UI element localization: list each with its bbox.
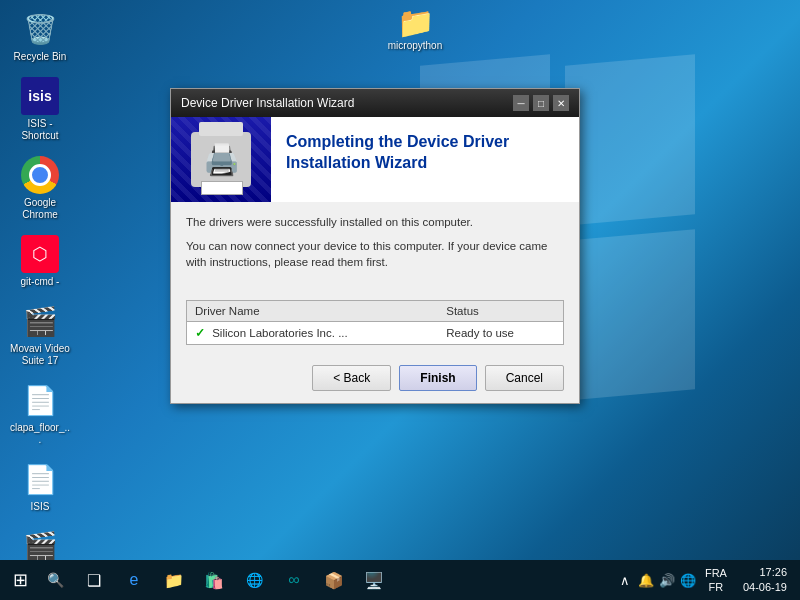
chrome-label: Google Chrome [9, 197, 71, 221]
table-row: ✓ Silicon Laboratories Inc. ... Ready to… [187, 322, 563, 345]
dialog-main-title: Completing the Device Driver Installatio… [286, 132, 564, 174]
search-button[interactable]: 🔍 [40, 560, 70, 600]
finish-button[interactable]: Finish [399, 365, 476, 391]
micropython-label: micropython [388, 40, 442, 51]
clock-time: 17:26 [743, 565, 787, 580]
driver-name-text: Silicon Laboratories Inc. ... [212, 327, 348, 339]
dialog-buttons: < Back Finish Cancel [171, 355, 579, 403]
dialog-header-right: Completing the Device Driver Installatio… [271, 117, 579, 202]
desktop-icons-area: 🗑️ Recycle Bin isis ISIS - Shortcut Goog… [5, 5, 75, 560]
taskbar: ⊞ 🔍 ❑ e 📁 🛍️ 🌐 ∞ 📦 🖥️ ∧ 🔔 🔊 [0, 560, 800, 600]
maximize-button[interactable]: □ [533, 95, 549, 111]
desktop-icon-clapa[interactable]: 📄 clapa_floor_... [5, 376, 75, 450]
desktop-icon-micropython[interactable]: 📁 micropython [380, 5, 450, 51]
desktop-icon-isis-shortcut[interactable]: isis ISIS - Shortcut [5, 72, 75, 146]
tray-network-icon[interactable]: 🌐 [679, 573, 697, 588]
desktop-icon-isis[interactable]: 📄 ISIS [5, 455, 75, 517]
desktop-icon-recycle-bin[interactable]: 🗑️ Recycle Bin [5, 5, 75, 67]
taskbar-edge[interactable]: e [115, 560, 153, 600]
driver-table: Driver Name Status ✓ Silicon Laboratorie… [187, 301, 563, 344]
desktop-icon-git-cmd[interactable]: ⬡ git-cmd - [5, 230, 75, 292]
desktop: 🗑️ Recycle Bin isis ISIS - Shortcut Goog… [0, 0, 800, 560]
close-button[interactable]: ✕ [553, 95, 569, 111]
dialog-header: 🖨️ Completing the Device Driver Installa… [171, 117, 579, 202]
unknown1-icon: 📦 [324, 571, 344, 590]
clapa-label: clapa_floor_... [9, 422, 71, 446]
tray-volume-icon[interactable]: 🔊 [658, 573, 676, 588]
isis-shortcut-icon: isis [20, 76, 60, 116]
driver-install-dialog: Device Driver Installation Wizard ─ □ ✕ … [170, 88, 580, 404]
git-icon-bg: ⬡ [21, 235, 59, 273]
taskbar-clock[interactable]: 17:26 04-06-19 [735, 565, 795, 596]
taskbar-unknown2[interactable]: 🖥️ [355, 560, 393, 600]
recycle-bin-label: Recycle Bin [14, 51, 67, 63]
dialog-title-text: Device Driver Installation Wizard [181, 96, 354, 110]
movavi17-label: Movavi Video Suite 17 [9, 343, 71, 367]
desktop-icon-movavi1702[interactable]: 🎬 Movavi Video Suite 17.0.2 [5, 522, 75, 560]
chrome-icon-circle [21, 156, 59, 194]
tray-notification-icon[interactable]: 🔔 [637, 573, 655, 588]
tray-overflow-icon[interactable]: ∧ [616, 573, 634, 588]
taskbar-chrome-pinned[interactable]: 🌐 [235, 560, 273, 600]
store-icon: 🛍️ [204, 571, 224, 590]
clock-date: 04-06-19 [743, 580, 787, 595]
chrome-taskbar-icon: 🌐 [246, 572, 263, 588]
chrome-icon [20, 155, 60, 195]
isis-icon-bg: isis [21, 77, 59, 115]
desktop-icon-movavi17[interactable]: 🎬 Movavi Video Suite 17 [5, 297, 75, 371]
taskbar-pinned-items: ❑ e 📁 🛍️ 🌐 ∞ 📦 🖥️ [75, 560, 616, 600]
search-icon: 🔍 [47, 572, 64, 588]
table-header-driver: Driver Name [187, 301, 438, 322]
table-header-status: Status [438, 301, 563, 322]
dialog-body: The drivers were successfully installed … [171, 202, 579, 290]
movavi1702-icon: 🎬 [20, 526, 60, 560]
titlebar-buttons: ─ □ ✕ [513, 95, 569, 111]
dialog-header-graphic: 🖨️ [171, 117, 271, 202]
dialog-titlebar: Device Driver Installation Wizard ─ □ ✕ [171, 89, 579, 117]
start-button[interactable]: ⊞ [0, 560, 40, 600]
arduino-taskbar-icon: ∞ [288, 571, 299, 589]
recycle-bin-icon: 🗑️ [20, 9, 60, 49]
taskbar-tray: ∧ 🔔 🔊 🌐 FRA FR 17:26 04-06-19 [616, 565, 800, 596]
taskbar-task-view[interactable]: ❑ [75, 560, 113, 600]
dialog-body-line1: The drivers were successfully installed … [186, 214, 564, 230]
driver-status-cell: Ready to use [438, 322, 563, 345]
lang-secondary: FR [705, 580, 727, 594]
taskbar-unknown1[interactable]: 📦 [315, 560, 353, 600]
edge-icon: e [130, 571, 139, 589]
taskbar-language[interactable]: FRA FR [700, 566, 732, 595]
taskbar-store[interactable]: 🛍️ [195, 560, 233, 600]
check-icon: ✓ [195, 327, 205, 339]
minimize-button[interactable]: ─ [513, 95, 529, 111]
dialog-table-area: Driver Name Status ✓ Silicon Laboratorie… [186, 300, 564, 345]
movavi17-icon: 🎬 [20, 301, 60, 341]
git-cmd-label: git-cmd - [21, 276, 60, 288]
back-button[interactable]: < Back [312, 365, 391, 391]
isis-label: ISIS [31, 501, 50, 513]
dialog-body-line2: You can now connect your device to this … [186, 238, 564, 270]
taskbar-explorer[interactable]: 📁 [155, 560, 193, 600]
driver-name-cell: ✓ Silicon Laboratories Inc. ... [187, 322, 438, 345]
micropython-icon: 📁 [397, 5, 434, 40]
printer-icon: 🖨️ [191, 132, 251, 187]
lang-primary: FRA [705, 566, 727, 580]
start-icon: ⊞ [13, 569, 28, 591]
git-cmd-icon: ⬡ [20, 234, 60, 274]
clapa-icon: 📄 [20, 380, 60, 420]
taskbar-arduino-pinned[interactable]: ∞ [275, 560, 313, 600]
isis-icon: 📄 [20, 459, 60, 499]
isis-shortcut-label: ISIS - Shortcut [9, 118, 71, 142]
desktop-icon-chrome[interactable]: Google Chrome [5, 151, 75, 225]
cancel-button[interactable]: Cancel [485, 365, 564, 391]
explorer-icon: 📁 [164, 571, 184, 590]
unknown2-icon: 🖥️ [364, 571, 384, 590]
task-view-icon: ❑ [87, 571, 101, 590]
